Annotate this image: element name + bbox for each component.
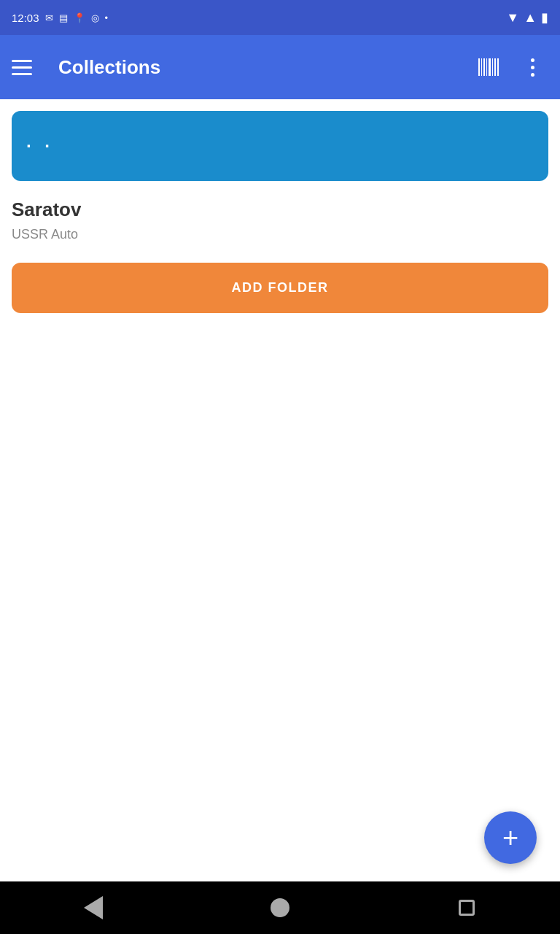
svg-rect-5 — [492, 58, 493, 76]
battery-icon: ▮ — [541, 9, 548, 26]
collection-card[interactable]: · · — [12, 111, 548, 181]
collection-name: Saratov — [12, 198, 548, 221]
atsign-icon: ◎ — [91, 12, 99, 23]
svg-rect-1 — [481, 58, 482, 76]
nav-back-button[interactable] — [73, 887, 114, 928]
barcode-button[interactable] — [472, 51, 505, 83]
more-dot-3 — [531, 73, 534, 77]
nav-recents-button[interactable] — [446, 887, 487, 928]
svg-rect-4 — [489, 58, 491, 76]
page-title: Collections — [44, 56, 472, 79]
hamburger-line-2 — [12, 66, 32, 69]
collection-dots: · · — [26, 136, 54, 156]
status-bar: 12:03 ✉ ▤ 📍 ◎ • ▼ ▲ ▮ — [0, 0, 560, 35]
more-dot-2 — [531, 66, 534, 69]
home-icon — [271, 898, 289, 917]
svg-rect-3 — [486, 58, 487, 76]
main-content: · · Saratov USSR Auto ADD FOLDER + — [0, 99, 560, 881]
svg-rect-0 — [478, 58, 480, 76]
status-bar-left: 12:03 ✉ ▤ 📍 ◎ • — [12, 12, 108, 24]
svg-rect-2 — [483, 58, 485, 76]
app-bar: Collections — [0, 35, 560, 99]
dot-icon: • — [105, 12, 109, 23]
signal-icon: ▲ — [524, 10, 537, 26]
hamburger-line-1 — [12, 60, 32, 62]
collection-subtitle: USSR Auto — [12, 227, 548, 242]
recents-icon — [459, 900, 475, 916]
barcode-icon — [477, 55, 500, 79]
svg-rect-7 — [497, 58, 499, 76]
message-icon: ▤ — [59, 12, 68, 23]
app-bar-actions — [472, 51, 548, 83]
add-icon: + — [502, 824, 518, 852]
wifi-icon: ▼ — [506, 10, 519, 26]
back-icon — [84, 896, 103, 919]
status-bar-right: ▼ ▲ ▮ — [506, 9, 548, 26]
more-button[interactable] — [516, 51, 548, 83]
navigation-bar — [0, 881, 560, 934]
fab-add-button[interactable]: + — [484, 811, 537, 864]
location-icon: 📍 — [74, 12, 85, 23]
hamburger-line-3 — [12, 73, 32, 75]
more-dot-1 — [531, 58, 534, 62]
gmail-icon: ✉ — [45, 12, 53, 23]
hamburger-button[interactable] — [12, 51, 44, 83]
nav-home-button[interactable] — [260, 887, 300, 928]
add-folder-button[interactable]: ADD FOLDER — [12, 263, 548, 313]
svg-rect-6 — [494, 58, 496, 76]
time-display: 12:03 — [12, 12, 39, 24]
